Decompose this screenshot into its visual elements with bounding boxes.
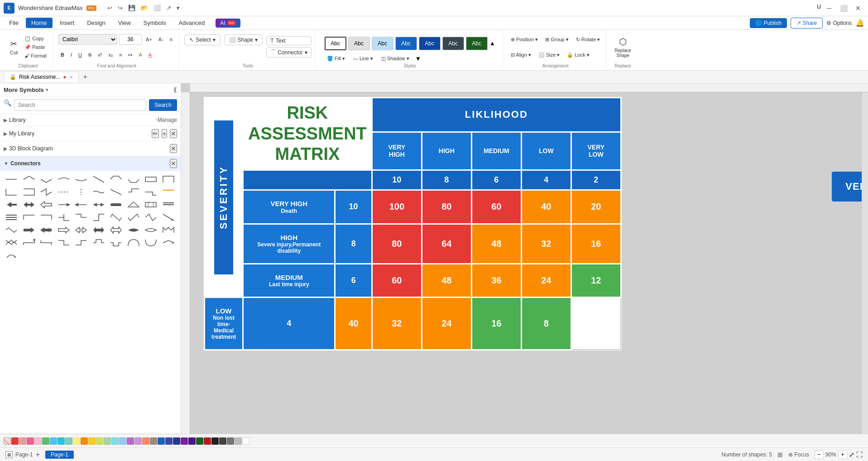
layers-button[interactable]: ⊞	[777, 451, 783, 458]
connector-item[interactable]	[126, 199, 141, 211]
color-swatch-red[interactable]	[11, 437, 19, 445]
subscript-button[interactable]: x₂	[106, 51, 115, 59]
bold-button[interactable]: B	[58, 51, 67, 58]
template-button[interactable]: ⬜	[152, 4, 163, 12]
color-swatch-pink-light[interactable]	[34, 437, 42, 445]
color-swatch-darkred[interactable]	[204, 437, 211, 445]
menu-file[interactable]: File	[4, 18, 24, 28]
color-swatch-green-light[interactable]	[104, 437, 111, 445]
connector-item[interactable]	[73, 173, 89, 185]
connector-item[interactable]	[108, 224, 124, 236]
menu-view[interactable]: View	[113, 18, 136, 28]
color-swatch-teal[interactable]	[65, 437, 72, 445]
connector-item[interactable]	[126, 173, 141, 185]
position-button[interactable]: ⊕ Position ▾	[508, 36, 540, 43]
share-button[interactable]: ↗ Share	[791, 18, 823, 29]
style-scroll-down[interactable]: ▼	[415, 55, 421, 62]
redo-button[interactable]: ↪	[116, 4, 125, 12]
options-button[interactable]: ⚙ Options	[826, 20, 852, 26]
more-tools-button[interactable]: ▾	[175, 4, 182, 12]
style-box-1[interactable]: Abc	[325, 37, 346, 50]
library-header[interactable]: ▶ Library ↑ Manage	[0, 114, 181, 126]
color-swatch-blue2[interactable]	[119, 437, 126, 445]
connector-item[interactable]	[126, 186, 141, 198]
export-button[interactable]: ↗	[164, 4, 173, 12]
connector-item[interactable]	[21, 224, 37, 236]
connector-item[interactable]	[21, 237, 37, 249]
connector-item[interactable]	[161, 173, 176, 185]
connector-item[interactable]	[91, 211, 106, 223]
color-swatch-violet[interactable]	[181, 437, 188, 445]
connector-item[interactable]	[108, 186, 124, 198]
minimize-button[interactable]: ─	[823, 4, 835, 13]
connector-item[interactable]	[126, 237, 141, 249]
manage-button[interactable]: Manage	[158, 117, 177, 123]
connector-item[interactable]	[56, 237, 72, 249]
connector-item[interactable]	[73, 199, 89, 211]
connector-item[interactable]	[108, 211, 124, 223]
style-box-5[interactable]: Abc	[419, 37, 441, 50]
file-tab[interactable]: 🔒 Risk Assessme... ● ✕	[4, 72, 79, 82]
fit-page-button[interactable]: ⤢	[849, 451, 854, 458]
connector-item[interactable]	[143, 173, 158, 185]
connector-item[interactable]	[56, 173, 72, 185]
connector-item[interactable]	[161, 211, 176, 223]
connectors-header[interactable]: ▼ Connectors ✕	[0, 156, 181, 171]
user-avatar[interactable]: U	[817, 4, 821, 13]
color-swatch-indigo[interactable]	[165, 437, 173, 445]
shadow-button[interactable]: ◫ Shadow ▾	[379, 55, 412, 62]
color-swatch-lightgray[interactable]	[235, 437, 242, 445]
my-library-close-button[interactable]: ✕	[170, 129, 177, 138]
color-swatch-deepblue[interactable]	[173, 437, 180, 445]
tab-close-btn[interactable]: ✕	[69, 75, 73, 80]
color-swatch-cyan2[interactable]	[111, 437, 119, 445]
canvas-scroll[interactable]: SEVERITY RISK ASSESSMENT MATRIX LIKLIH	[190, 92, 868, 434]
connectors-close-button[interactable]: ✕	[170, 159, 177, 168]
align-group-button[interactable]: ⊟ Align ▾	[508, 51, 533, 59]
decrease-font-button[interactable]: A-	[156, 36, 166, 43]
strikethrough-button[interactable]: S	[86, 51, 94, 58]
connector-item[interactable]	[4, 186, 19, 198]
connector-item[interactable]	[161, 186, 176, 198]
block-3d-close-button[interactable]: ✕	[170, 144, 177, 153]
connector-item[interactable]	[161, 224, 176, 236]
connector-item[interactable]	[73, 211, 89, 223]
publish-button[interactable]: 🌐 Publish	[750, 18, 787, 28]
canvas-area[interactable]: // Ruler marks will be drawn by inline s…	[181, 83, 868, 434]
color-swatch-darkgreen[interactable]	[196, 437, 203, 445]
ai-button[interactable]: AI hot	[216, 19, 240, 28]
connector-item[interactable]	[38, 237, 54, 249]
add-page-button[interactable]: +	[36, 451, 40, 459]
zoom-out-button[interactable]: −	[815, 450, 824, 459]
my-library-edit-button[interactable]: ✏	[152, 129, 159, 138]
fill-button[interactable]: 🪣 Fill ▾	[325, 55, 347, 62]
connector-item[interactable]	[161, 199, 176, 211]
group-button[interactable]: ⊞ Group ▾	[543, 36, 571, 43]
menu-home[interactable]: Home	[26, 18, 53, 28]
select-button[interactable]: ↖ Select ▾	[184, 34, 220, 45]
connector-item[interactable]	[4, 224, 19, 236]
menu-insert[interactable]: Insert	[54, 18, 80, 28]
fullscreen-button[interactable]: ⛶	[856, 451, 863, 458]
color-swatch-purple[interactable]	[127, 437, 134, 445]
add-tab-button[interactable]: +	[81, 72, 90, 82]
connector-item[interactable]	[91, 237, 106, 249]
connector-item[interactable]	[38, 211, 54, 223]
color-swatch-darkgray[interactable]	[219, 437, 226, 445]
connector-item[interactable]	[4, 250, 19, 261]
page-tab[interactable]: Page-1	[45, 451, 74, 459]
highlight-button[interactable]: A	[136, 51, 144, 58]
connector-item[interactable]	[143, 211, 158, 223]
focus-button[interactable]: ⊕ Focus	[788, 451, 809, 458]
connector-item[interactable]	[73, 224, 89, 236]
maximize-button[interactable]: ⬜	[837, 4, 850, 13]
font-family-select[interactable]: Calibri	[58, 34, 117, 45]
connector-item[interactable]	[38, 186, 54, 198]
connector-item[interactable]	[143, 224, 158, 236]
close-button[interactable]: ✕	[852, 4, 864, 13]
color-swatch-white[interactable]	[242, 437, 249, 445]
color-swatch-black[interactable]	[211, 437, 219, 445]
connector-item[interactable]	[91, 199, 106, 211]
connector-item[interactable]	[108, 237, 124, 249]
connector-item[interactable]	[91, 186, 106, 198]
